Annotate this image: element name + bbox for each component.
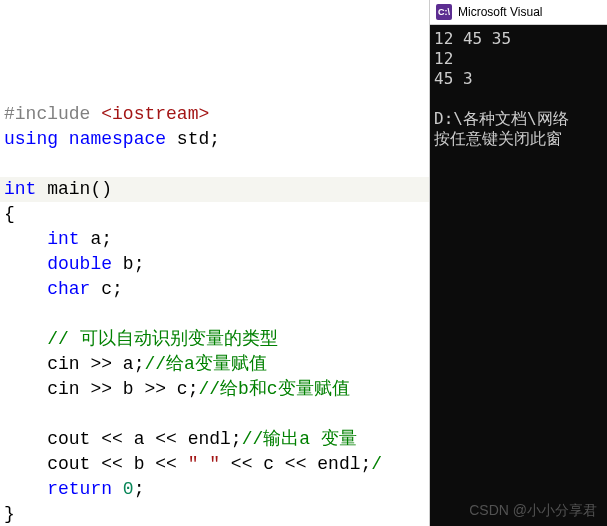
comment-cut: / — [371, 454, 382, 474]
code-cin-bc: cin >> b >> c; — [47, 379, 198, 399]
number-literal: 0 — [123, 479, 134, 499]
console-window: C:\ Microsoft Visual 12 45 35 12 45 3 D:… — [429, 0, 607, 526]
console-app-icon: C:\ — [436, 4, 452, 20]
comment-inline: //给a变量赋值 — [144, 354, 266, 374]
include-header: <iostream> — [90, 104, 209, 124]
console-titlebar[interactable]: C:\ Microsoft Visual — [430, 0, 607, 25]
console-line: 45 3 — [434, 69, 473, 88]
preprocessor: #include — [4, 104, 90, 124]
keyword-char: char — [47, 279, 90, 299]
comment-inline: //输出a 变量 — [242, 429, 357, 449]
code-cin-a: cin >> a; — [47, 354, 144, 374]
keyword-return: return — [47, 479, 112, 499]
code-cout-b-part2: << c << endl; — [220, 454, 371, 474]
brace-close: } — [4, 504, 15, 524]
console-line: D:\各种文档\网络 — [434, 109, 569, 128]
console-line: 按任意键关闭此窗 — [434, 129, 562, 148]
keyword-double: double — [47, 254, 112, 274]
brace-open: { — [4, 204, 15, 224]
console-line: 12 — [434, 49, 453, 68]
code-content: #include <iostream> using namespace std;… — [4, 77, 429, 526]
keyword-namespace: namespace — [69, 129, 166, 149]
keyword-using: using — [4, 129, 58, 149]
code-editor[interactable]: #include <iostream> using namespace std;… — [0, 0, 429, 526]
watermark-text: CSDN @小小分享君 — [469, 502, 597, 520]
keyword-int: int — [4, 179, 36, 199]
keyword-int: int — [47, 229, 79, 249]
console-line: 12 45 35 — [434, 29, 511, 48]
console-title-text: Microsoft Visual — [458, 5, 542, 19]
string-literal: " " — [188, 454, 220, 474]
comment-line: // 可以自动识别变量的类型 — [47, 329, 277, 349]
console-output[interactable]: 12 45 35 12 45 3 D:\各种文档\网络 按任意键关闭此窗 — [430, 25, 607, 526]
comment-inline: //给b和c变量赋值 — [198, 379, 349, 399]
code-cout-a: cout << a << endl; — [47, 429, 241, 449]
code-cout-b-part1: cout << b << — [47, 454, 187, 474]
